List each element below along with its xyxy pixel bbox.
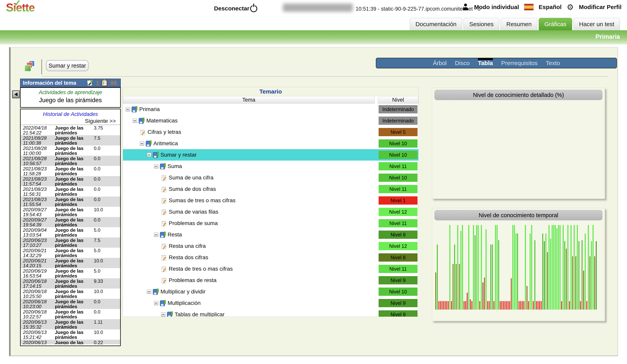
view-nav-texto[interactable]: Texto — [546, 58, 560, 68]
tree-item: Resta — [123, 229, 375, 240]
current-activity-name[interactable]: Juego de las pirámides — [21, 97, 120, 104]
view-nav-disco[interactable]: Disco — [455, 58, 470, 68]
history-score: 0.0 — [93, 156, 119, 166]
topic-book-icon — [153, 152, 159, 158]
chart-bar — [558, 225, 559, 310]
chart-bar — [523, 301, 524, 310]
column-gap — [375, 206, 378, 218]
knowledge-temporal-title: Nivel de conocimiento temporal — [434, 210, 602, 220]
nivel-cell: Nivel 11 — [378, 263, 418, 274]
tree-item-label[interactable]: Multiplicación — [167, 300, 201, 306]
tree-item: Aritmetica — [123, 138, 375, 149]
view-nav-tabla[interactable]: Tabla — [478, 58, 493, 68]
temario-row-suma-de-dos-cifras: Suma de dos cifrasNivel 11 — [123, 183, 418, 195]
history-score: 10.0 — [93, 207, 119, 217]
column-gap — [375, 126, 378, 138]
tab-sesiones[interactable]: Sesiones — [464, 18, 499, 30]
chart-bar — [553, 225, 554, 310]
chart-bar — [571, 225, 572, 310]
view-nav-arbol[interactable]: Árbol — [433, 58, 447, 68]
history-row: 2021/08/2811:00:38Juego de las pirámides… — [21, 135, 120, 145]
nivel-cell: Nivel 10 — [378, 172, 418, 183]
history-activity: Juego de las pirámides — [54, 279, 93, 288]
collapse-toggle-icon[interactable] — [154, 164, 158, 168]
chart-bar — [493, 301, 494, 310]
chart-bar — [530, 233, 531, 310]
tree-item-label[interactable]: Resta una cifra — [169, 243, 206, 249]
collapse-toggle-icon[interactable] — [154, 301, 158, 305]
nivel-cell: Nivel 5 — [378, 126, 418, 138]
tree-item: Multiplicar y dividir — [123, 286, 375, 297]
topics-grid-icon[interactable] — [24, 60, 35, 72]
temario-row-multiplicar-y-dividir: Multiplicar y dividirNivel 10 — [123, 286, 418, 297]
history-date: 2020/06/2114:32:29 — [23, 248, 54, 258]
tree-item-label[interactable]: Resta dos cifras — [169, 254, 208, 261]
tree-item-label[interactable]: Sumar y restar — [160, 152, 197, 158]
chart-bar — [511, 278, 512, 310]
chart-bar — [435, 273, 436, 310]
history-score: 5.0 — [93, 269, 119, 278]
topic-button[interactable]: Sumar y restar — [46, 60, 89, 71]
view-nav-prerrequisitos[interactable]: Prerrequisitos — [501, 58, 537, 68]
tree-item-label[interactable]: Multiplicar y dividir — [160, 288, 206, 295]
language-button[interactable]: Español — [539, 4, 562, 10]
collapse-panel-button[interactable] — [12, 91, 20, 98]
collapse-toggle-icon[interactable] — [126, 107, 130, 111]
collapse-toggle-icon[interactable] — [133, 119, 137, 123]
level-badge: Nivel 11 — [379, 219, 418, 228]
history-activity: Juego de las pirámides — [54, 146, 93, 156]
collapse-toggle-icon[interactable] — [140, 141, 144, 146]
tab-graficas[interactable]: Gráficas — [539, 18, 572, 30]
chart-bar — [492, 244, 493, 310]
history-activity: Juego de las pirámides — [54, 217, 93, 227]
tree-item-label[interactable]: Resta de tres o mas cifras — [169, 266, 233, 272]
history-row: 2020/06/2114:32:29Juego de las pirámides… — [21, 248, 120, 258]
tree-item-label[interactable]: Problemas de resta — [169, 277, 216, 283]
gear-icon[interactable]: ⚙ — [567, 3, 574, 11]
chart-bar — [594, 256, 595, 310]
chart-bar — [440, 301, 441, 310]
spain-flag-icon[interactable] — [524, 4, 534, 10]
tree-item-label[interactable]: Matematicas — [146, 118, 178, 124]
history-row: 2020/06/1315:21:42Juego de las pirámides… — [21, 329, 120, 340]
history-score: 0.22 — [93, 340, 119, 344]
history-score: 7.5 — [93, 136, 119, 145]
tree-item-label[interactable]: Suma — [167, 163, 182, 169]
collapse-toggle-icon[interactable] — [154, 232, 158, 237]
tree-item-label[interactable]: Cifras y letras — [148, 129, 181, 135]
tab-resumen[interactable]: Resumen — [501, 18, 537, 30]
tree-item-label[interactable]: Suma de varias filas — [169, 209, 218, 215]
history-rows: 2022/04/1821:54:22Juego de las pirámides… — [21, 125, 120, 344]
temario-row-tablas-de-multiplicar: Tablas de multiplicarNivel 9 — [123, 309, 418, 317]
history-date: 2020/06/1315:35:32 — [23, 319, 54, 329]
tree-item-label[interactable]: Tablas de multiplicar — [175, 311, 225, 317]
chart-bar — [537, 301, 538, 310]
tree-item-label[interactable]: Primaria — [139, 106, 160, 112]
history-score: 0.0 — [93, 187, 119, 196]
tree-item: Problemas de suma — [123, 218, 375, 229]
collapse-toggle-icon[interactable] — [147, 289, 151, 294]
disconnect-button[interactable]: Desconectar — [214, 5, 249, 12]
history-activity: Juego de las pirámides — [54, 207, 93, 217]
tree-item-label[interactable]: Sumas de tres o mas cifras — [169, 197, 235, 204]
tab-documentacion[interactable]: Documentación — [410, 18, 462, 30]
temario-row-suma-de-una-cifra: Suma de una cifraNivel 10 — [123, 172, 418, 183]
modify-profile-button[interactable]: Modificar Perfil — [579, 4, 622, 10]
chart-bar — [506, 301, 507, 310]
tree-item-label[interactable]: Resta — [167, 231, 182, 238]
tree-item-label[interactable]: Problemas de suma — [169, 220, 218, 227]
power-icon[interactable] — [250, 5, 257, 12]
exercise-notepad-icon — [161, 243, 167, 249]
level-badge: Nivel 11 — [379, 162, 418, 170]
info-panel-header: Información del tema 1 — [20, 79, 121, 87]
chart-bar — [490, 244, 491, 310]
collapse-toggle-icon[interactable] — [147, 153, 151, 157]
tab-hacer-un-test[interactable]: Hacer un test — [574, 18, 620, 30]
temario-panel: Temario Tema Nivel PrimariaIndeterminado… — [123, 87, 418, 317]
tree-item-label[interactable]: Aritmetica — [154, 140, 178, 147]
tree-item-label[interactable]: Suma de una cifra — [169, 175, 213, 181]
history-next-link[interactable]: Siguiente >> — [21, 118, 120, 125]
collapse-toggle-icon[interactable] — [161, 312, 165, 317]
chart-bar — [569, 301, 570, 310]
tree-item-label[interactable]: Suma de dos cifras — [169, 186, 216, 192]
